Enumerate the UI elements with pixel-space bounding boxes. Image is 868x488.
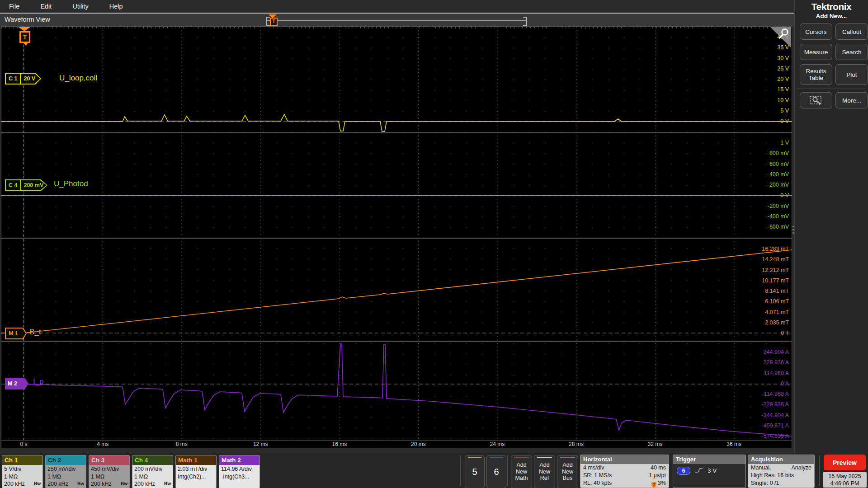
- math1-trace-label[interactable]: B_t: [29, 328, 41, 337]
- math2-handle-badge[interactable]: M 2: [5, 378, 28, 389]
- trigger-position-flag-icon[interactable]: T: [270, 18, 278, 26]
- channel-scale-value: 2.03 mT/div: [178, 465, 214, 473]
- acquisition-panel[interactable]: Acquisition Manual,Analyze High Res: 16 …: [748, 455, 815, 488]
- overview-track: [266, 20, 527, 21]
- measure-button[interactable]: Measure: [800, 44, 832, 60]
- waveform-view-title: Waveform View: [5, 16, 50, 23]
- add-color-stripe: [514, 457, 529, 458]
- menu-bar: FileEditUtilityHelp: [0, 0, 794, 13]
- settings-bar: Ch 1 5 V/div 1 MΩ 200 kHz Bw Ch 2 250 mV…: [0, 453, 868, 488]
- axis-tick-label: -344.904 A: [762, 410, 789, 421]
- add-color-stripe: [560, 457, 575, 458]
- sample-interval: 1 µs/pt: [649, 472, 666, 479]
- add-color-stripe: [537, 457, 552, 458]
- channel-scale-value: 114.96 A/div: [221, 465, 258, 473]
- ch1-badge-scale: 20 V: [21, 75, 38, 82]
- time-tick-label: 32 ms: [648, 441, 663, 447]
- ch4-trace-label[interactable]: U_Photod: [54, 179, 88, 188]
- time-tick-label: 0 s: [20, 441, 28, 447]
- channel-badge[interactable]: Ch 4 200 mV/div 1 MΩ 200 kHz Bw: [132, 455, 173, 488]
- graticule-top-ticks: [1, 27, 792, 28]
- cursors-button[interactable]: Cursors: [800, 23, 832, 40]
- channel-badge[interactable]: Ch 1 5 V/div 1 MΩ 200 kHz Bw: [2, 455, 43, 488]
- bandwidth-limit-badge: Bw: [34, 481, 41, 486]
- add-new-button[interactable]: Add New Bus: [557, 455, 578, 488]
- plot-button[interactable]: Plot: [835, 64, 868, 85]
- axis-tick-label: 2.035 mT: [762, 318, 789, 328]
- axis-tick-label: 0 V: [768, 190, 789, 201]
- axis-tick-label: 5 V: [777, 106, 789, 116]
- callout-button[interactable]: Callout: [835, 23, 868, 40]
- channel-impedance-value: Intg(Ch2)...: [178, 473, 214, 481]
- channel-scale-value: 450 mV/div: [91, 465, 127, 473]
- preview-button[interactable]: Preview: [824, 455, 866, 470]
- axis-tick-label: 1 V: [768, 138, 789, 148]
- ch4-handle-badge[interactable]: C 4 200 mV: [5, 179, 47, 191]
- axis-tick-label: -459.871 A: [762, 421, 789, 431]
- waveform-graticule[interactable]: 40 V35 V30 V25 V20 V15 V10 V5 V0 V 1 V80…: [1, 26, 792, 448]
- date-value: 15 May 2025: [823, 473, 867, 480]
- add-button-label: Add New Ref: [534, 462, 555, 482]
- math2-trace-label[interactable]: I_p: [33, 377, 44, 386]
- time-value: 4:46:06 PM: [823, 480, 867, 487]
- trigger-marker-flag-icon[interactable]: T: [19, 31, 30, 43]
- axis-tick-label: 10.177 mT: [762, 276, 789, 286]
- axis-tick-label: -400 mV: [768, 211, 789, 222]
- menu-item[interactable]: Utility: [72, 3, 88, 10]
- menu-item[interactable]: Edit: [40, 3, 52, 10]
- channel-badge-title: Ch 2: [46, 455, 86, 465]
- channel-badge-title: Ch 4: [132, 455, 173, 465]
- horizontal-panel[interactable]: Horizontal 4 ms/div40 ms SR: 1 MS/s1 µs/…: [580, 455, 669, 488]
- wave-number-button[interactable]: 6: [486, 455, 506, 488]
- acquisition-panel-title: Acquisition: [748, 455, 814, 464]
- panel-splitter-handle[interactable]: [793, 226, 794, 234]
- add-button-label: Add New Bus: [557, 462, 578, 482]
- more-button[interactable]: More...: [835, 92, 868, 108]
- axis-tick-label: 229.936 A: [762, 357, 789, 368]
- axis-tick-label: 20 V: [777, 74, 789, 84]
- channel-badge-title: Math 2: [219, 455, 259, 465]
- math2-badge-id: M 2: [5, 380, 20, 387]
- record-length: RL: 40 kpts: [583, 479, 651, 488]
- results-table-button[interactable]: Results Table: [800, 64, 832, 85]
- channel-badge[interactable]: Ch 2 250 mV/div 1 MΩ 200 kHz Bw: [45, 455, 86, 488]
- wave-number-label: 6: [494, 467, 499, 477]
- add-new-button[interactable]: Add New Math: [511, 455, 532, 488]
- axis-labels-ch1: 40 V35 V30 V25 V20 V15 V10 V5 V0 V: [777, 32, 789, 127]
- horizontal-panel-title: Horizontal: [580, 455, 669, 464]
- channel-badge[interactable]: Math 1 2.03 mT/div Intg(Ch2)...: [175, 455, 217, 488]
- channel-impedance-value: 1 MΩ: [47, 473, 84, 481]
- wave-number-label: 5: [472, 467, 477, 477]
- axis-tick-label: 35 V: [777, 42, 789, 53]
- zoom-select-icon: [809, 95, 823, 106]
- search-button[interactable]: Search: [835, 44, 868, 60]
- axis-tick-label: 344.904 A: [762, 347, 789, 357]
- channel-impedance-value: 1 MΩ: [134, 473, 171, 481]
- magnifier-icon: [775, 28, 790, 43]
- channel-badge[interactable]: Ch 3 450 mV/div 1 MΩ 200 kHz Bw: [89, 455, 130, 488]
- add-new-button[interactable]: Add New Ref: [534, 455, 555, 488]
- trigger-panel[interactable]: Trigger 6 3 V: [673, 455, 746, 488]
- wave-color-stripe: [468, 457, 481, 458]
- ch1-handle-badge[interactable]: C 1 20 V: [5, 73, 41, 84]
- axis-labels-math1: 16.283 mT14.248 mT12.212 mT10.177 mT8.14…: [762, 244, 789, 338]
- time-tick-label: 16 ms: [332, 441, 347, 447]
- axis-labels-math2: 344.904 A229.936 A114.968 A0 A-114.968 A…: [762, 347, 789, 441]
- menu-item[interactable]: File: [9, 3, 19, 10]
- menu-item[interactable]: Help: [109, 3, 123, 10]
- time-tick-label: 12 ms: [253, 441, 268, 447]
- overview-left-bracket: [266, 17, 270, 26]
- channel-badges: Ch 1 5 V/div 1 MΩ 200 kHz Bw Ch 2 250 mV…: [2, 455, 260, 488]
- axis-tick-label: 8.141 mT: [762, 286, 789, 296]
- time-tick-label: 28 ms: [569, 441, 584, 447]
- horizontal-overview-bar[interactable]: T: [266, 14, 527, 26]
- trigger-marker-triangle-icon[interactable]: [19, 27, 30, 31]
- math1-handle-badge[interactable]: M 1: [5, 328, 27, 339]
- channel-badge[interactable]: Math 2 114.96 A/div -Intg(Ch3...: [219, 455, 260, 488]
- horizontal-window: 40 ms: [651, 464, 666, 472]
- zoom-select-button[interactable]: [800, 92, 832, 108]
- wave-number-button[interactable]: 5: [465, 455, 485, 488]
- add-new-heading: Add New...: [795, 13, 868, 19]
- acquisition-mode: Manual,: [751, 464, 792, 472]
- ch1-trace-label[interactable]: U_loop,coil: [59, 74, 97, 83]
